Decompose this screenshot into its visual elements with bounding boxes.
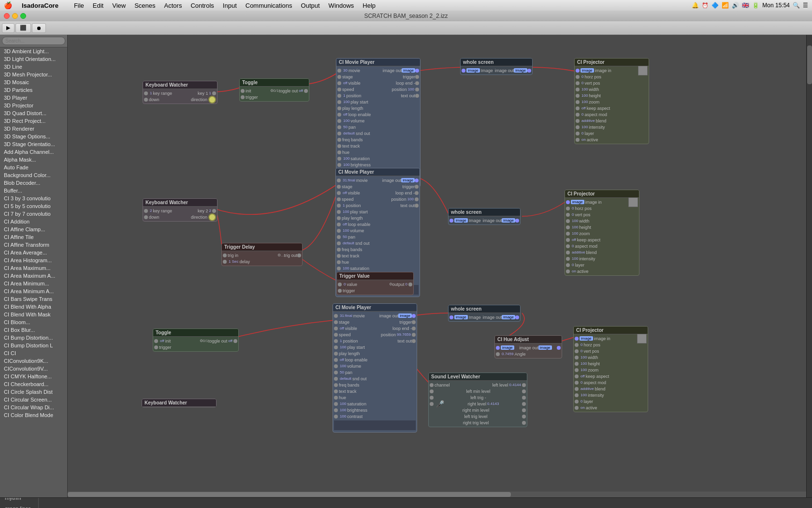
port[interactable] <box>522 421 526 425</box>
sidebar-item-0[interactable]: 3D Ambient Light... <box>0 47 67 55</box>
port[interactable] <box>337 241 341 245</box>
sidebar-item-2[interactable]: 3D Line <box>0 63 67 71</box>
menu-extra-icon[interactable]: ☰ <box>803 2 808 9</box>
communications-menu[interactable]: Communications <box>242 1 296 10</box>
node-whole-screen-3[interactable]: whole screen image Image image out image <box>448 305 521 322</box>
input-menu[interactable]: Input <box>219 1 241 10</box>
port[interactable] <box>575 400 579 403</box>
port[interactable] <box>334 402 338 406</box>
port[interactable] <box>415 75 419 79</box>
port[interactable] <box>233 339 237 343</box>
node-hue-adjust[interactable]: CI Hue Adjust image image out image 0.74… <box>494 335 562 359</box>
scene-tab-rhythm[interactable]: rhythm <box>0 497 39 503</box>
port[interactable] <box>334 396 338 400</box>
port[interactable] <box>154 345 158 349</box>
sidebar-item-31[interactable]: CI Area Minimum A... <box>0 287 67 295</box>
port-image-out[interactable] <box>527 69 531 73</box>
port[interactable] <box>337 179 341 182</box>
port[interactable] <box>566 238 570 242</box>
node-projector-1[interactable]: CI Projector image image in 0horz pos 0v… <box>574 58 649 144</box>
port[interactable] <box>522 415 526 418</box>
sidebar-item-32[interactable]: CI Bars Swipe Trans <box>0 295 67 303</box>
node-whole-screen-2[interactable]: whole screen image Image image out image <box>448 208 521 225</box>
port[interactable] <box>576 113 580 117</box>
port-image-in[interactable] <box>450 219 453 223</box>
port[interactable] <box>575 406 579 410</box>
node-keyboard-watcher-3[interactable]: Keyboard Watcher <box>142 399 217 407</box>
port[interactable] <box>566 232 570 236</box>
apple-menu[interactable]: 🍎 <box>4 1 12 9</box>
port[interactable] <box>415 88 419 91</box>
sidebar-item-34[interactable]: CI Blend With Mask <box>0 311 67 318</box>
port[interactable] <box>576 132 580 135</box>
port[interactable] <box>337 69 341 73</box>
port[interactable] <box>575 349 579 353</box>
sidebar-item-15[interactable]: Auto Fade <box>0 164 67 171</box>
edit-menu[interactable]: Edit <box>89 1 107 10</box>
sidebar-item-21[interactable]: CI 7 by 7 convolutio <box>0 210 67 218</box>
port[interactable] <box>576 138 580 142</box>
port[interactable] <box>241 89 245 93</box>
port[interactable] <box>566 257 570 261</box>
sidebar-item-5[interactable]: 3D Particles <box>0 86 67 94</box>
port[interactable] <box>566 225 570 229</box>
port[interactable] <box>334 364 338 368</box>
sidebar-item-17[interactable]: Blob Decoder... <box>0 179 67 187</box>
port[interactable] <box>334 314 338 318</box>
port[interactable] <box>522 389 526 393</box>
port[interactable] <box>430 402 434 406</box>
port-image-in[interactable] <box>462 69 465 73</box>
port[interactable] <box>415 81 419 85</box>
port[interactable] <box>575 362 579 366</box>
port[interactable] <box>576 119 580 123</box>
port[interactable] <box>337 119 341 123</box>
sidebar-item-10[interactable]: 3D Renderer <box>0 125 67 133</box>
node-whole-screen-1[interactable]: whole screen image Image image out image <box>460 58 533 75</box>
sidebar-item-35[interactable]: CI Bloom... <box>0 318 67 326</box>
sidebar-item-3[interactable]: 3D Mesh Projector... <box>0 71 67 78</box>
port[interactable] <box>223 260 227 264</box>
port[interactable] <box>337 75 341 79</box>
port[interactable] <box>334 408 338 412</box>
sidebar-item-24[interactable]: CI Affine Tile <box>0 233 67 241</box>
output-menu[interactable]: Output <box>297 1 324 10</box>
sidebar-item-16[interactable]: Background Color... <box>0 171 67 179</box>
stop-button[interactable]: ⬛ <box>15 23 31 33</box>
sidebar-item-18[interactable]: Buffer... <box>0 187 67 194</box>
port[interactable] <box>575 368 579 372</box>
port[interactable] <box>496 352 500 356</box>
maximize-button[interactable] <box>20 13 26 19</box>
node-sound-level-watcher[interactable]: Sound Level Watcher channel left level 0… <box>428 373 527 427</box>
port-image-out[interactable] <box>515 219 519 223</box>
vertical-scrollbar[interactable] <box>806 35 812 497</box>
sidebar-item-12[interactable]: 3D Stage Orientatio... <box>0 140 67 148</box>
port-image-out[interactable] <box>415 179 419 182</box>
node-movie-player-3[interactable]: CI Movie Player 31:final movie image out… <box>333 303 417 433</box>
controls-menu[interactable]: Controls <box>187 1 218 10</box>
actors-menu[interactable]: Actors <box>160 1 186 10</box>
sidebar-item-26[interactable]: CI Area Average... <box>0 249 67 256</box>
sidebar-item-44[interactable]: CI Circle Splash Dist <box>0 388 67 396</box>
port[interactable] <box>337 88 341 91</box>
port[interactable] <box>412 327 416 330</box>
port[interactable] <box>576 81 580 85</box>
port[interactable] <box>337 94 341 98</box>
port[interactable] <box>334 383 338 387</box>
port[interactable] <box>575 343 579 347</box>
sidebar-item-28[interactable]: CI Area Maximum... <box>0 264 67 272</box>
sidebar-item-25[interactable]: CI Affine Transform <box>0 241 67 249</box>
port[interactable] <box>212 209 216 213</box>
port[interactable] <box>575 381 579 385</box>
port[interactable] <box>337 157 341 161</box>
node-keyboard-watcher-1[interactable]: Keyboard Watcher 1 key range key 1 1 dow… <box>143 81 218 104</box>
port[interactable] <box>415 185 419 189</box>
sidebar-item-40[interactable]: CIConvolution9K... <box>0 357 67 365</box>
sidebar-item-22[interactable]: CI Addition <box>0 218 67 225</box>
port[interactable] <box>337 197 341 201</box>
port[interactable] <box>334 371 338 374</box>
port[interactable] <box>212 91 216 95</box>
sidebar-search-input[interactable] <box>2 37 65 45</box>
sidebar-item-36[interactable]: CI Box Blur... <box>0 326 67 334</box>
port[interactable] <box>566 251 570 254</box>
port[interactable] <box>566 263 570 267</box>
